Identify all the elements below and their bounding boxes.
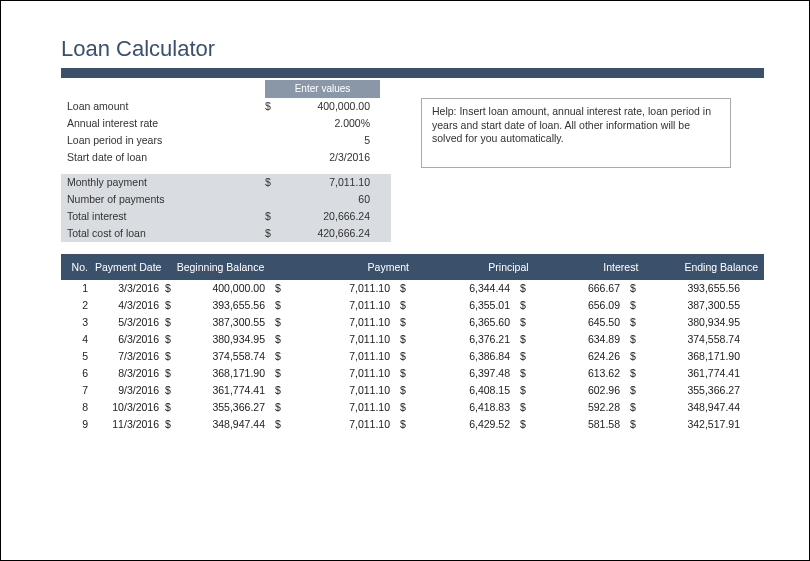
cell-ending-balance: 361,774.41: [640, 365, 746, 382]
cell-no: 2: [61, 297, 91, 314]
loan-amount-label: Loan amount: [61, 98, 261, 115]
cell-payment-date: 6/3/2016: [91, 331, 161, 348]
header-interest: Interest: [535, 261, 645, 273]
start-date-value[interactable]: 2/3/2016: [281, 149, 376, 166]
currency-symbol: $: [396, 399, 410, 416]
currency-symbol: $: [516, 348, 530, 365]
num-payments-row: Number of payments 60: [61, 191, 391, 208]
currency-symbol: $: [271, 382, 285, 399]
currency-symbol: $: [161, 399, 175, 416]
cell-ending-balance: 368,171.90: [640, 348, 746, 365]
table-row: 46/3/2016$380,934.95$7,011.10$6,376.21$6…: [61, 331, 764, 348]
cell-payment-date: 9/3/2016: [91, 382, 161, 399]
cell-ending-balance: 380,934.95: [640, 314, 746, 331]
loan-period-value[interactable]: 5: [281, 132, 376, 149]
monthly-payment-label: Monthly payment: [61, 174, 261, 191]
cell-beginning-balance: 374,558.74: [175, 348, 271, 365]
cell-beginning-balance: 393,655.56: [175, 297, 271, 314]
schedule-body: 13/3/2016$400,000.00$7,011.10$6,344.44$6…: [61, 280, 764, 433]
total-cost-label: Total cost of loan: [61, 225, 261, 242]
cell-interest: 592.28: [530, 399, 626, 416]
currency-symbol: $: [271, 416, 285, 433]
currency-symbol: $: [161, 280, 175, 297]
cell-interest: 613.62: [530, 365, 626, 382]
header-payment: Payment: [290, 261, 415, 273]
cell-principal: 6,418.83: [410, 399, 516, 416]
cell-payment-date: 10/3/2016: [91, 399, 161, 416]
annual-rate-label: Annual interest rate: [61, 115, 261, 132]
cell-beginning-balance: 361,774.41: [175, 382, 271, 399]
currency-symbol: $: [161, 365, 175, 382]
total-interest-label: Total interest: [61, 208, 261, 225]
cell-beginning-balance: 348,947.44: [175, 416, 271, 433]
cell-payment: 7,011.10: [285, 365, 396, 382]
currency-symbol: $: [516, 314, 530, 331]
header-no: No.: [61, 261, 91, 273]
cell-payment: 7,011.10: [285, 348, 396, 365]
cell-beginning-balance: 400,000.00: [175, 280, 271, 297]
currency-symbol: $: [161, 348, 175, 365]
cell-payment-date: 5/3/2016: [91, 314, 161, 331]
loan-amount-value[interactable]: 400,000.00: [281, 98, 376, 115]
cell-payment: 7,011.10: [285, 382, 396, 399]
cell-interest: 634.89: [530, 331, 626, 348]
cell-beginning-balance: 387,300.55: [175, 314, 271, 331]
cell-no: 9: [61, 416, 91, 433]
cell-principal: 6,386.84: [410, 348, 516, 365]
cell-no: 7: [61, 382, 91, 399]
cell-no: 8: [61, 399, 91, 416]
header-payment-date: Payment Date: [91, 261, 171, 273]
start-date-row: Start date of loan 2/3/2016: [61, 149, 391, 166]
page-title: Loan Calculator: [61, 36, 764, 62]
currency-symbol: $: [271, 365, 285, 382]
table-row: 810/3/2016$355,366.27$7,011.10$6,418.83$…: [61, 399, 764, 416]
loan-period-label: Loan period in years: [61, 132, 261, 149]
cell-interest: 656.09: [530, 297, 626, 314]
currency-symbol: $: [626, 314, 640, 331]
cell-principal: 6,429.52: [410, 416, 516, 433]
currency-symbol: $: [396, 297, 410, 314]
currency-symbol: $: [161, 297, 175, 314]
currency-symbol: $: [396, 348, 410, 365]
currency-symbol: $: [516, 297, 530, 314]
cell-beginning-balance: 368,171.90: [175, 365, 271, 382]
cell-no: 3: [61, 314, 91, 331]
currency-symbol: $: [261, 208, 281, 225]
table-row: 79/3/2016$361,774.41$7,011.10$6,408.15$6…: [61, 382, 764, 399]
cell-payment-date: 11/3/2016: [91, 416, 161, 433]
currency-symbol: $: [626, 416, 640, 433]
cell-principal: 6,408.15: [410, 382, 516, 399]
currency-symbol: $: [626, 280, 640, 297]
currency-symbol: $: [271, 297, 285, 314]
currency-symbol: $: [626, 331, 640, 348]
cell-payment-date: 7/3/2016: [91, 348, 161, 365]
cell-payment-date: 8/3/2016: [91, 365, 161, 382]
currency-symbol: $: [626, 382, 640, 399]
table-row: 911/3/2016$348,947.44$7,011.10$6,429.52$…: [61, 416, 764, 433]
cell-ending-balance: 387,300.55: [640, 297, 746, 314]
cell-payment: 7,011.10: [285, 280, 396, 297]
currency-symbol: $: [271, 348, 285, 365]
currency-symbol: $: [271, 280, 285, 297]
cell-principal: 6,365.60: [410, 314, 516, 331]
currency-symbol: $: [396, 382, 410, 399]
annual-rate-value[interactable]: 2.000%: [281, 115, 376, 132]
table-row: 68/3/2016$368,171.90$7,011.10$6,397.48$6…: [61, 365, 764, 382]
total-cost-row: Total cost of loan $ 420,666.24: [61, 225, 391, 242]
currency-symbol: $: [396, 365, 410, 382]
cell-interest: 645.50: [530, 314, 626, 331]
cell-beginning-balance: 380,934.95: [175, 331, 271, 348]
table-row: 13/3/2016$400,000.00$7,011.10$6,344.44$6…: [61, 280, 764, 297]
cell-payment: 7,011.10: [285, 399, 396, 416]
monthly-payment-row: Monthly payment $ 7,011.10: [61, 174, 391, 191]
cell-payment-date: 3/3/2016: [91, 280, 161, 297]
cell-interest: 602.96: [530, 382, 626, 399]
annual-rate-row: Annual interest rate 2.000%: [61, 115, 391, 132]
total-interest-value: 20,666.24: [281, 208, 376, 225]
enter-values-header: Enter values: [265, 80, 380, 98]
currency-symbol: $: [396, 280, 410, 297]
cell-ending-balance: 355,366.27: [640, 382, 746, 399]
cell-payment: 7,011.10: [285, 331, 396, 348]
num-payments-value: 60: [281, 191, 376, 208]
cell-principal: 6,376.21: [410, 331, 516, 348]
